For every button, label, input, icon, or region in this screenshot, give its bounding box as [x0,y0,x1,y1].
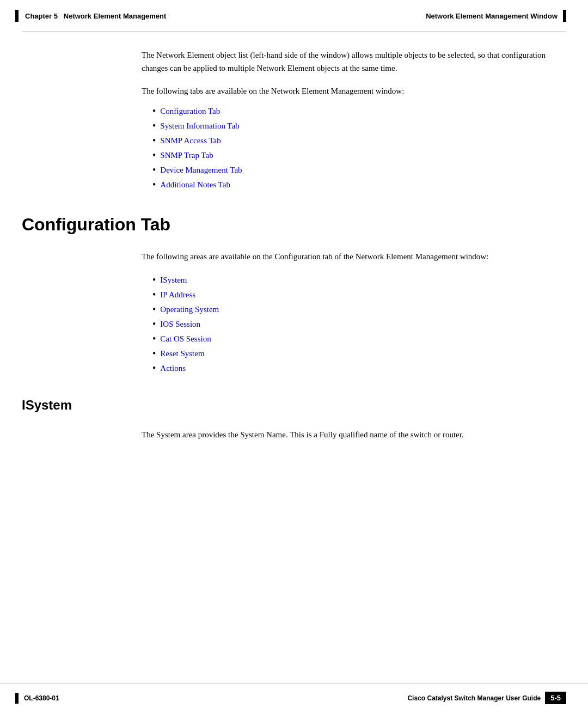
operating-system-link[interactable]: Operating System [160,302,219,317]
intro-paragraph: The Network Element object list (left-ha… [142,48,566,75]
config-tab-link[interactable]: Configuration Tab [160,104,220,119]
list-item: • SNMP Access Tab [152,133,566,148]
list-item: • SNMP Trap Tab [152,148,566,163]
bullet-dot-icon: • [152,317,156,332]
chapter-number: Chapter 5 [25,12,58,20]
footer-doc-number: OL-6380-01 [24,694,59,702]
ios-session-link[interactable]: IOS Session [160,317,200,332]
bullet-dot-icon: • [152,273,156,288]
bullet-dot-icon: • [152,361,156,376]
list-item: • Operating System [152,302,566,317]
snmp-trap-tab-link[interactable]: SNMP Trap Tab [160,148,213,163]
chapter-title: Network Element Management [64,12,167,20]
footer-left-bar-icon [15,693,19,704]
isystem-heading-area: ISystem [0,387,588,418]
list-item: • Device Management Tab [152,163,566,178]
config-tab-content: The following areas are available on the… [0,240,588,376]
intro-content-area: The Network Element object list (left-ha… [0,32,588,192]
footer-left: OL-6380-01 [15,693,59,704]
reset-system-link[interactable]: Reset System [160,346,204,361]
list-item: • Additional Notes Tab [152,178,566,192]
footer-right-title: Cisco Catalyst Switch Manager User Guide [407,694,541,702]
page-footer: OL-6380-01 Cisco Catalyst Switch Manager… [0,684,588,714]
bullet-dot-icon: • [152,332,156,346]
page-header: Chapter 5 Network Element Management Net… [0,0,588,27]
list-item: • Cat OS Session [152,332,566,346]
config-tab-heading-area: Configuration Tab [0,203,588,240]
isystem-link[interactable]: ISystem [160,273,187,288]
list-item: • System Information Tab [152,119,566,133]
header-left-bar-icon [15,10,19,22]
isystem-paragraph: The System area provides the System Name… [142,428,566,441]
bullet-dot-icon: • [152,148,156,163]
bullet-dot-icon: • [152,346,156,361]
header-chapter-label: Chapter 5 Network Element Management [25,12,166,20]
config-tab-intro: The following areas are available on the… [142,250,566,263]
device-mgmt-tab-link[interactable]: Device Management Tab [160,163,242,178]
header-left: Chapter 5 Network Element Management [15,10,166,22]
system-info-tab-link[interactable]: System Information Tab [160,119,239,133]
list-item: • ISystem [152,273,566,288]
list-item: • IP Address [152,288,566,302]
header-right: Network Element Management Window [426,10,566,22]
list-item: • Actions [152,361,566,376]
list-item: • IOS Session [152,317,566,332]
additional-notes-tab-link[interactable]: Additional Notes Tab [160,178,230,192]
snmp-access-tab-link[interactable]: SNMP Access Tab [160,133,220,148]
bullet-dot-icon: • [152,288,156,302]
page-container: Chapter 5 Network Element Management Net… [0,0,588,714]
header-right-bar-icon [563,10,566,22]
footer-right: Cisco Catalyst Switch Manager User Guide… [407,692,566,704]
actions-link[interactable]: Actions [160,361,186,376]
bullet-dot-icon: • [152,163,156,178]
bullet-dot-icon: • [152,178,156,192]
tabs-intro-text: The following tabs are available on the … [142,84,566,97]
bullet-dot-icon: • [152,302,156,317]
tabs-bullet-list: • Configuration Tab • System Information… [152,104,566,192]
bullet-dot-icon: • [152,119,156,133]
isystem-heading: ISystem [22,398,566,413]
isystem-content: The System area provides the System Name… [0,418,588,441]
cat-os-session-link[interactable]: Cat OS Session [160,332,211,346]
bullet-dot-icon: • [152,104,156,119]
config-areas-list: • ISystem • IP Address • Operating Syste… [152,273,566,376]
header-right-title: Network Element Management Window [426,12,558,20]
config-tab-heading: Configuration Tab [22,214,566,235]
list-item: • Configuration Tab [152,104,566,119]
bullet-dot-icon: • [152,133,156,148]
list-item: • Reset System [152,346,566,361]
ip-address-link[interactable]: IP Address [160,288,195,302]
footer-page-number: 5-5 [545,692,566,704]
